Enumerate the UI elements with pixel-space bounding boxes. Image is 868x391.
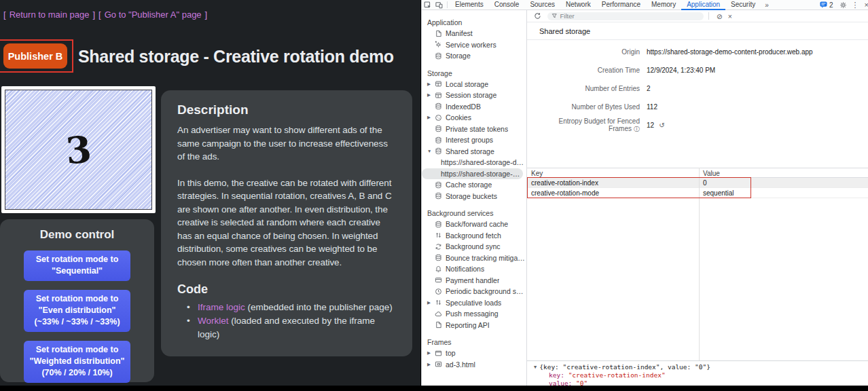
demo-control-title: Demo control bbox=[0, 228, 154, 242]
sidebar-item-bounce-tracking-mitigations[interactable]: Bounce tracking mitiga… bbox=[422, 253, 526, 264]
sidebar-item-storage[interactable]: Storage bbox=[422, 50, 526, 62]
delete-selected-icon[interactable]: × bbox=[725, 12, 735, 20]
sidebar-item-periodic-background-sync[interactable]: Periodic background s… bbox=[422, 286, 526, 297]
menu-dots-icon[interactable]: ⋮ bbox=[849, 1, 862, 10]
table-icon bbox=[434, 91, 442, 99]
tab-application[interactable]: Application bbox=[681, 0, 725, 10]
info-icon[interactable]: ⓘ bbox=[634, 126, 640, 132]
sidebar-item-session-storage[interactable]: ▶ Session storage bbox=[422, 90, 526, 101]
prop-value: "creative-rotation-index" bbox=[568, 371, 666, 379]
table-header: Key Value bbox=[527, 168, 868, 178]
ad-creative-frame[interactable]: 3 bbox=[1, 86, 156, 213]
code-item-text: (embedded into the publisher page) bbox=[245, 302, 393, 312]
twisty-icon[interactable]: ▼ bbox=[427, 149, 434, 153]
filter-input[interactable] bbox=[560, 12, 700, 20]
set-weighted-distribution-button[interactable]: Set rotation mode to "Weighted distribut… bbox=[24, 341, 130, 383]
sidebar-item-manifest[interactable]: Manifest bbox=[422, 28, 526, 39]
column-header-value[interactable]: Value bbox=[699, 168, 868, 177]
inspect-element-icon[interactable] bbox=[423, 1, 432, 10]
description-paragraph-2: In this demo, the creative can be rotate… bbox=[177, 176, 396, 269]
sidebar-item-background-sync[interactable]: Background sync bbox=[422, 241, 526, 253]
tab-memory[interactable]: Memory bbox=[646, 0, 681, 10]
button-line: Set rotation mode to bbox=[26, 293, 128, 305]
cell-value: 0 bbox=[699, 178, 868, 187]
sidebar-item-local-storage[interactable]: ▶ Local storage bbox=[422, 79, 526, 90]
table-row-creative-rotation-index[interactable]: creative-rotation-index 0 bbox=[527, 178, 868, 188]
tab-network[interactable]: Network bbox=[560, 0, 596, 10]
publisher-b-badge[interactable]: Publisher B bbox=[3, 43, 67, 69]
sidebar-item-back-forward-cache[interactable]: Back/forward cache bbox=[422, 219, 526, 230]
tab-performance[interactable]: Performance bbox=[596, 0, 646, 10]
sync-icon bbox=[434, 242, 442, 250]
table-row-creative-rotation-mode[interactable]: creative-rotation-mode sequential bbox=[527, 188, 868, 198]
button-line: "Weighted distribution" bbox=[26, 356, 128, 367]
issues-button[interactable]: 2 bbox=[820, 1, 833, 9]
column-header-key[interactable]: Key bbox=[527, 168, 699, 177]
reset-budget-icon[interactable]: ↺ bbox=[659, 122, 664, 129]
service-worker-icon bbox=[434, 41, 442, 49]
twisty-icon[interactable]: ▶ bbox=[427, 115, 434, 120]
meta-label: Creation Time bbox=[527, 67, 640, 74]
return-main-page-link[interactable]: Return to main page bbox=[10, 10, 90, 20]
cell-key: creative-rotation-index bbox=[527, 178, 699, 187]
refresh-icon[interactable] bbox=[532, 12, 542, 21]
cell-key: creative-rotation-mode bbox=[527, 188, 699, 198]
tab-sources[interactable]: Sources bbox=[524, 0, 560, 10]
issues-icon bbox=[820, 1, 827, 8]
filter-box[interactable] bbox=[547, 12, 704, 20]
database-icon bbox=[434, 136, 442, 144]
sidebar-item-storage-buckets[interactable]: Storage buckets bbox=[422, 191, 526, 202]
more-tabs-icon[interactable]: » bbox=[761, 1, 773, 9]
iframe-logic-link[interactable]: Iframe logic bbox=[198, 302, 245, 312]
twisty-icon[interactable]: ▶ bbox=[427, 362, 434, 367]
sidebar-item-background-fetch[interactable]: Background fetch bbox=[422, 230, 526, 242]
code-title: Code bbox=[177, 282, 396, 297]
sidebar-item-interest-groups[interactable]: Interest groups bbox=[422, 134, 526, 146]
section-header-background-services: Background services bbox=[422, 208, 526, 219]
button-line: Set rotation mode to bbox=[26, 344, 128, 356]
sidebar-item-push-messaging[interactable]: Push messaging bbox=[422, 308, 526, 320]
database-icon bbox=[434, 147, 442, 155]
sidebar-item-cache-storage[interactable]: Cache storage bbox=[422, 179, 526, 191]
sidebar-item-indexeddb[interactable]: IndexedDB bbox=[422, 101, 526, 113]
close-devtools-icon[interactable]: × bbox=[862, 1, 868, 9]
expand-twisty-icon[interactable]: ▼ bbox=[534, 363, 537, 371]
divider bbox=[708, 12, 709, 20]
document-icon bbox=[434, 321, 442, 329]
tab-security[interactable]: Security bbox=[725, 0, 761, 10]
sidebar-item-cookies[interactable]: ▶ Cookies bbox=[422, 112, 526, 124]
device-toolbar-icon[interactable] bbox=[435, 1, 444, 10]
tab-console[interactable]: Console bbox=[489, 0, 525, 10]
meta-row-creation-time: Creation Time 12/9/2024, 1:23:40 PM bbox=[527, 61, 868, 79]
application-sidebar: Application Manifest Service workers Sto… bbox=[422, 10, 527, 386]
cell-value: sequential bbox=[699, 188, 868, 198]
table-column-divider[interactable] bbox=[699, 168, 700, 360]
twisty-icon[interactable]: ▶ bbox=[427, 92, 434, 98]
meta-value: 12 bbox=[647, 122, 654, 129]
worklet-link[interactable]: Worklet bbox=[198, 316, 229, 326]
set-sequential-button[interactable]: Set rotation mode to "Sequential" bbox=[24, 250, 130, 281]
clear-all-icon[interactable]: ⊘ bbox=[714, 12, 725, 20]
sidebar-item-frame-top[interactable]: ▶ top bbox=[422, 348, 526, 359]
twisty-icon[interactable]: ▶ bbox=[427, 81, 434, 87]
settings-gear-icon[interactable] bbox=[839, 1, 848, 10]
sidebar-item-service-workers[interactable]: Service workers bbox=[422, 39, 526, 51]
sidebar-item-payment-handler[interactable]: Payment handler bbox=[422, 275, 526, 286]
sidebar-item-frame-ad-3[interactable]: ▶ ad-3.html bbox=[422, 359, 526, 371]
sidebar-item-shared-storage-origin-2[interactable]: https://shared-storage-d… bbox=[422, 168, 523, 180]
twisty-icon[interactable]: ▶ bbox=[427, 350, 434, 356]
sidebar-item-speculative-loads[interactable]: ▶ Speculative loads bbox=[422, 297, 526, 309]
tab-elements[interactable]: Elements bbox=[450, 0, 489, 10]
set-even-distribution-button[interactable]: Set rotation mode to "Even distribution"… bbox=[24, 290, 130, 332]
sidebar-item-shared-storage[interactable]: ▼ Shared storage bbox=[422, 146, 526, 157]
sidebar-item-private-state-tokens[interactable]: Private state tokens bbox=[422, 124, 526, 135]
bracket: ] bbox=[205, 10, 208, 20]
meta-value: 12/9/2024, 1:23:40 PM bbox=[647, 67, 715, 74]
sidebar-item-notifications[interactable]: Notifications bbox=[422, 263, 526, 275]
twisty-icon[interactable]: ▶ bbox=[427, 300, 434, 305]
database-icon bbox=[434, 192, 442, 200]
frame-icon bbox=[434, 349, 442, 357]
sidebar-item-shared-storage-origin-1[interactable]: https://shared-storage-d… bbox=[422, 157, 526, 168]
sidebar-item-reporting-api[interactable]: Reporting API bbox=[422, 320, 526, 331]
publisher-a-page-link[interactable]: Go to "Publisher A" page bbox=[105, 10, 202, 20]
